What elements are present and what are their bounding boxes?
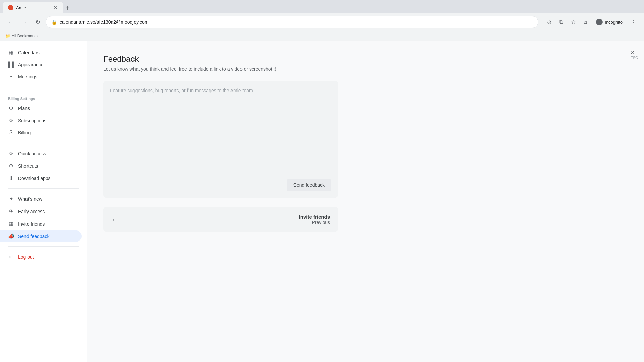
sidebar-item-plans[interactable]: ⚙ Plans	[0, 102, 87, 114]
divider-2	[8, 143, 79, 143]
new-tab-button[interactable]: +	[63, 3, 72, 13]
reload-button[interactable]: ↻	[32, 17, 43, 27]
whats-new-icon: ✦	[8, 196, 14, 202]
sidebar-item-early-access[interactable]: ✈ Early access	[0, 205, 87, 218]
nav-icons: ⊘ ⧉ ☆ ⧈ Incognito ⋮	[544, 17, 639, 27]
calendars-icon: ▦	[8, 49, 14, 56]
bookmarks-label: All Bookmarks	[12, 34, 38, 38]
logout-icon: ↩	[8, 254, 14, 260]
sidebar-label-billing: Billing	[18, 130, 31, 135]
sidebar-label-invite-friends: Invite friends	[18, 221, 45, 227]
divider-1	[8, 87, 79, 87]
address-bar[interactable]: 🔒 calendar.amie.so/afe130a2@moodjoy.com	[46, 16, 538, 28]
meetings-icon: ▪	[8, 74, 14, 80]
sidebar-item-calendars[interactable]: ▦ Calendars	[0, 46, 87, 59]
logout-label: Log out	[18, 254, 34, 260]
nav-prev-title: Invite friends	[299, 214, 330, 220]
sidebar-label-subscriptions: Subscriptions	[18, 118, 46, 123]
forward-button[interactable]: →	[19, 17, 30, 27]
download-apps-icon: ⬇	[8, 175, 14, 181]
early-access-icon: ✈	[8, 208, 14, 215]
sidebar-label-plans: Plans	[18, 106, 30, 111]
bookmark-icon[interactable]: ☆	[568, 17, 579, 27]
send-feedback-button[interactable]: Send feedback	[287, 179, 331, 191]
prev-nav-arrow[interactable]: ←	[111, 216, 118, 223]
billing-section-title: Billing Settings	[0, 91, 87, 102]
sidebar-label-calendars: Calendars	[18, 50, 40, 55]
sidebar-label-shortcuts: Shortcuts	[18, 163, 38, 169]
sidebar-item-send-feedback[interactable]: 📣 Send feedback	[0, 230, 82, 242]
quick-access-icon: ⚙	[8, 150, 14, 157]
more-options-button[interactable]: ⋮	[628, 17, 639, 27]
sidebar-label-appearance: Appearance	[18, 62, 44, 67]
sidebar-label-whats-new: What's new	[18, 196, 42, 202]
divider-3	[8, 188, 79, 189]
sidebar-item-meetings[interactable]: ▪ Meetings	[0, 71, 87, 83]
sidebar-item-appearance[interactable]: ▌▌ Appearance	[0, 59, 87, 71]
sidebar-label-meetings: Meetings	[18, 74, 37, 79]
incognito-icon	[596, 19, 603, 25]
picture-in-picture-icon[interactable]: ⧉	[556, 17, 567, 27]
cast-icon[interactable]: ⊘	[544, 17, 554, 27]
esc-label: ESC	[630, 56, 638, 60]
app-layout: ▦ Calendars ▌▌ Appearance ▪ Meetings Bil…	[0, 41, 644, 362]
sidebar-item-quick-access[interactable]: ⚙ Quick access	[0, 147, 87, 160]
subscriptions-icon: ⚙	[8, 117, 14, 124]
divider-4	[8, 246, 79, 247]
send-feedback-label: Send feedback	[293, 182, 325, 188]
sidebar-item-invite-friends[interactable]: ▦ Invite friends	[0, 218, 87, 230]
back-button[interactable]: ←	[5, 17, 16, 27]
sidebar-item-download-apps[interactable]: ⬇ Download apps	[0, 172, 87, 184]
logout-button[interactable]: ↩ Log out	[0, 251, 87, 263]
sidebar-label-send-feedback: Send feedback	[18, 234, 49, 239]
tab-title: Amie	[16, 5, 51, 10]
feedback-textarea[interactable]	[110, 88, 331, 175]
tab-bar: Amie ✕ +	[0, 0, 644, 13]
page-title: Feedback	[103, 54, 628, 64]
active-tab[interactable]: Amie ✕	[3, 2, 63, 13]
sidebar: ▦ Calendars ▌▌ Appearance ▪ Meetings Bil…	[0, 41, 87, 362]
browser-chrome: Amie ✕ + ← → ↻ 🔒 calendar.amie.so/afe130…	[0, 0, 644, 31]
bookmarks-folder-icon: 📁	[5, 34, 10, 38]
shortcuts-icon: ⚙	[8, 163, 14, 169]
sidebar-item-whats-new[interactable]: ✦ What's new	[0, 193, 87, 205]
incognito-button[interactable]: Incognito	[592, 17, 627, 27]
nav-bar: ← → ↻ 🔒 calendar.amie.so/afe130a2@moodjo…	[0, 13, 644, 31]
sidebar-item-shortcuts[interactable]: ⚙ Shortcuts	[0, 160, 87, 172]
close-icon: ×	[631, 49, 635, 56]
split-view-icon[interactable]: ⧈	[580, 17, 591, 27]
invite-friends-icon: ▦	[8, 221, 14, 227]
incognito-label: Incognito	[605, 20, 623, 25]
nav-prev-label: Previous	[299, 220, 330, 225]
send-feedback-sidebar-icon: 📣	[8, 233, 14, 239]
bookmarks-bar: 📁 All Bookmarks	[0, 31, 644, 41]
feedback-actions: Send feedback	[110, 176, 331, 191]
sidebar-item-subscriptions[interactable]: ⚙ Subscriptions	[0, 114, 87, 127]
main-content: × ESC Feedback Let us know what you thin…	[87, 41, 644, 362]
tab-close-button[interactable]: ✕	[53, 5, 58, 11]
lock-icon: 🔒	[51, 19, 57, 25]
tab-favicon	[8, 5, 13, 10]
billing-icon: $	[8, 130, 14, 136]
sidebar-item-billing[interactable]: $ Billing	[0, 127, 87, 139]
page-subtitle: Let us know what you think and feel free…	[103, 66, 628, 72]
nav-section: ← Invite friends Previous	[103, 207, 338, 232]
appearance-icon: ▌▌	[8, 62, 14, 68]
sidebar-label-early-access: Early access	[18, 209, 45, 214]
plans-icon: ⚙	[8, 105, 14, 111]
address-text: calendar.amie.so/afe130a2@moodjoy.com	[60, 19, 533, 25]
sidebar-label-download-apps: Download apps	[18, 176, 51, 181]
sidebar-label-quick-access: Quick access	[18, 151, 46, 156]
nav-previous[interactable]: Invite friends Previous	[299, 214, 330, 225]
feedback-box: Send feedback	[103, 81, 338, 198]
